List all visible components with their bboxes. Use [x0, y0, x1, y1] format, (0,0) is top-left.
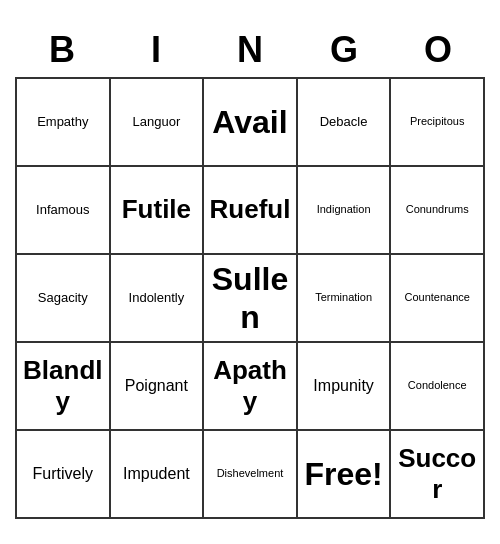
header-letter-g: G: [297, 25, 391, 75]
cell-text-3-3: Impunity: [313, 376, 373, 395]
cell-text-4-2: Dishevelment: [217, 467, 284, 480]
cell-text-0-1: Languor: [133, 114, 181, 130]
bingo-card: BINGO EmpathyLanguorAvailDebaclePrecipit…: [15, 25, 485, 519]
cell-text-1-4: Conundrums: [406, 203, 469, 216]
cell-text-2-3: Termination: [315, 291, 372, 304]
grid-cell-0-2: Avail: [204, 79, 298, 167]
cell-text-4-1: Impudent: [123, 464, 190, 483]
cell-text-4-3: Free!: [304, 455, 382, 493]
grid-cell-1-4: Conundrums: [391, 167, 485, 255]
cell-text-3-2: Apathy: [207, 355, 293, 417]
grid-cell-3-4: Condolence: [391, 343, 485, 431]
grid-cell-2-3: Termination: [298, 255, 392, 343]
cell-text-4-0: Furtively: [33, 464, 93, 483]
cell-text-0-4: Precipitous: [410, 115, 464, 128]
cell-text-2-0: Sagacity: [38, 290, 88, 306]
bingo-header: BINGO: [15, 25, 485, 75]
grid-cell-4-0: Furtively: [17, 431, 111, 519]
cell-text-2-1: Indolently: [129, 290, 185, 306]
grid-cell-2-0: Sagacity: [17, 255, 111, 343]
cell-text-0-0: Empathy: [37, 114, 88, 130]
grid-cell-4-2: Dishevelment: [204, 431, 298, 519]
cell-text-2-2: Sullen: [207, 260, 293, 337]
grid-cell-2-4: Countenance: [391, 255, 485, 343]
grid-cell-1-1: Futile: [111, 167, 205, 255]
grid-cell-2-2: Sullen: [204, 255, 298, 343]
cell-text-3-0: Blandly: [20, 355, 106, 417]
grid-cell-4-3: Free!: [298, 431, 392, 519]
cell-text-1-2: Rueful: [210, 194, 291, 225]
cell-text-3-1: Poignant: [125, 376, 188, 395]
grid-cell-0-1: Languor: [111, 79, 205, 167]
grid-cell-3-1: Poignant: [111, 343, 205, 431]
grid-cell-4-1: Impudent: [111, 431, 205, 519]
header-letter-i: I: [109, 25, 203, 75]
grid-cell-4-4: Succor: [391, 431, 485, 519]
grid-cell-0-0: Empathy: [17, 79, 111, 167]
cell-text-3-4: Condolence: [408, 379, 467, 392]
cell-text-0-2: Avail: [212, 103, 287, 141]
cell-text-1-1: Futile: [122, 194, 191, 225]
header-letter-o: O: [391, 25, 485, 75]
cell-text-0-3: Debacle: [320, 114, 368, 130]
grid-cell-0-4: Precipitous: [391, 79, 485, 167]
cell-text-1-0: Infamous: [36, 202, 89, 218]
grid-cell-1-3: Indignation: [298, 167, 392, 255]
cell-text-2-4: Countenance: [404, 291, 469, 304]
cell-text-4-4: Succor: [394, 443, 480, 505]
grid-cell-3-3: Impunity: [298, 343, 392, 431]
cell-text-1-3: Indignation: [317, 203, 371, 216]
grid-cell-0-3: Debacle: [298, 79, 392, 167]
bingo-grid: EmpathyLanguorAvailDebaclePrecipitousInf…: [15, 77, 485, 519]
grid-cell-3-0: Blandly: [17, 343, 111, 431]
grid-cell-3-2: Apathy: [204, 343, 298, 431]
header-letter-b: B: [15, 25, 109, 75]
grid-cell-2-1: Indolently: [111, 255, 205, 343]
grid-cell-1-0: Infamous: [17, 167, 111, 255]
header-letter-n: N: [203, 25, 297, 75]
grid-cell-1-2: Rueful: [204, 167, 298, 255]
